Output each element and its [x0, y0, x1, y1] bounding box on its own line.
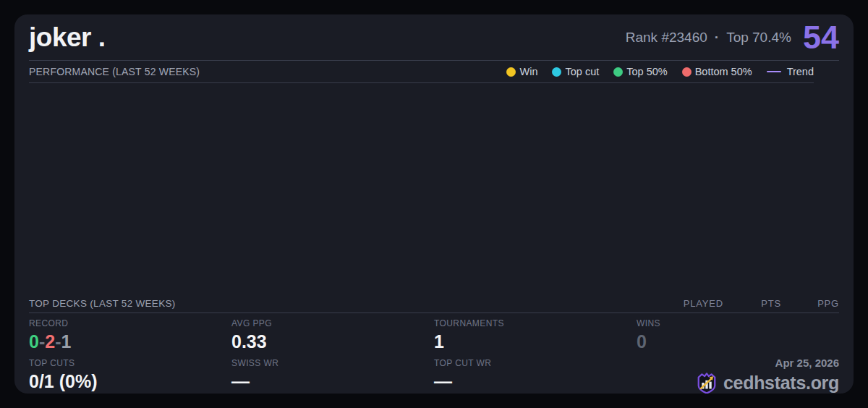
column-header-ppg: PPG — [781, 298, 839, 309]
stat-top-cuts-label: TOP CUTS — [29, 358, 231, 368]
stat-top-cut-wr: TOP CUT WR — — [434, 353, 637, 394]
stat-record: RECORD 0-2-1 — [29, 313, 231, 353]
stat-tournaments-value: 1 — [434, 332, 637, 352]
stat-record-label: RECORD — [29, 318, 231, 328]
legend-label-win: Win — [519, 66, 537, 77]
separator-dot: · — [715, 30, 719, 46]
player-top-percent: Top 70.4% — [726, 30, 791, 46]
stat-top-cuts: TOP CUTS 0/1 (0%) — [29, 353, 231, 394]
stat-wins-value: 0 — [637, 332, 839, 352]
trend-line-icon — [767, 71, 781, 73]
top-decks-title: TOP DECKS (LAST 52 WEEKS) — [29, 298, 176, 309]
legend-item-win: Win — [506, 66, 537, 77]
player-score: 54 — [803, 21, 839, 54]
player-rank: Rank #23460 — [626, 30, 707, 46]
legend-label-top50: Top 50% — [626, 66, 667, 77]
brand-text: cedhstats.org — [723, 373, 839, 394]
stat-avg-ppg: AVG PPG 0.33 — [231, 313, 434, 353]
stat-tournaments: TOURNAMENTS 1 — [434, 313, 637, 353]
legend-label-bottom50: Bottom 50% — [695, 66, 752, 77]
top-decks-header: TOP DECKS (LAST 52 WEEKS) PLAYED PTS PPG — [29, 294, 839, 313]
top50-dot-icon — [613, 67, 623, 77]
stat-top-cut-wr-label: TOP CUT WR — [434, 358, 637, 368]
brand: cedhstats.org — [696, 371, 839, 394]
performance-chart — [14, 83, 854, 294]
legend-item-trend: Trend — [767, 66, 814, 77]
record-wins: 0 — [29, 331, 39, 352]
player-name: joker . — [29, 22, 106, 53]
legend-label-trend: Trend — [787, 66, 814, 77]
stat-swiss-wr: SWISS WR — — [231, 353, 434, 394]
card-header: joker . Rank #23460 · Top 70.4% 54 — [29, 14, 839, 61]
stat-avg-ppg-value: 0.33 — [231, 332, 434, 352]
top-decks-columns: PLAYED PTS PPG — [665, 298, 839, 309]
card-date: Apr 25, 2026 — [775, 357, 839, 369]
legend-label-topcut: Top cut — [565, 66, 599, 77]
stat-wins: WINS 0 — [637, 313, 839, 353]
performance-header: PERFORMANCE (LAST 52 WEEKS) Win Top cut … — [29, 61, 814, 83]
stat-swiss-wr-value: — — [231, 372, 434, 392]
legend-item-topcut: Top cut — [552, 66, 599, 77]
footer: Apr 25, 2026 cedhstats.org — [637, 353, 839, 394]
record-sep1: - — [39, 331, 45, 352]
player-stats-card: joker . Rank #23460 · Top 70.4% 54 PERFO… — [14, 14, 854, 394]
stat-top-cut-wr-value: — — [434, 372, 637, 392]
record-losses: 2 — [45, 331, 55, 352]
stat-record-value: 0-2-1 — [29, 332, 231, 352]
legend-item-top50: Top 50% — [613, 66, 667, 77]
chart-legend: Win Top cut Top 50% Bottom 50% Trend — [506, 66, 814, 77]
topcut-dot-icon — [552, 67, 561, 77]
stat-wins-label: WINS — [637, 318, 839, 328]
stat-swiss-wr-label: SWISS WR — [231, 358, 434, 368]
cedhstats-logo-icon — [696, 371, 718, 394]
performance-section-title: PERFORMANCE (LAST 52 WEEKS) — [29, 66, 200, 77]
stat-tournaments-label: TOURNAMENTS — [434, 318, 637, 328]
rank-summary: Rank #23460 · Top 70.4% 54 — [626, 21, 839, 54]
column-header-played: PLAYED — [665, 298, 723, 309]
stat-avg-ppg-label: AVG PPG — [231, 318, 434, 328]
stats-grid: RECORD 0-2-1 AVG PPG 0.33 TOURNAMENTS 1 … — [29, 313, 839, 394]
record-draws: 1 — [61, 331, 71, 352]
bottom50-dot-icon — [682, 67, 692, 77]
column-header-pts: PTS — [723, 298, 781, 309]
legend-item-bottom50: Bottom 50% — [682, 66, 752, 77]
stat-top-cuts-value: 0/1 (0%) — [29, 372, 231, 392]
win-dot-icon — [506, 67, 516, 77]
